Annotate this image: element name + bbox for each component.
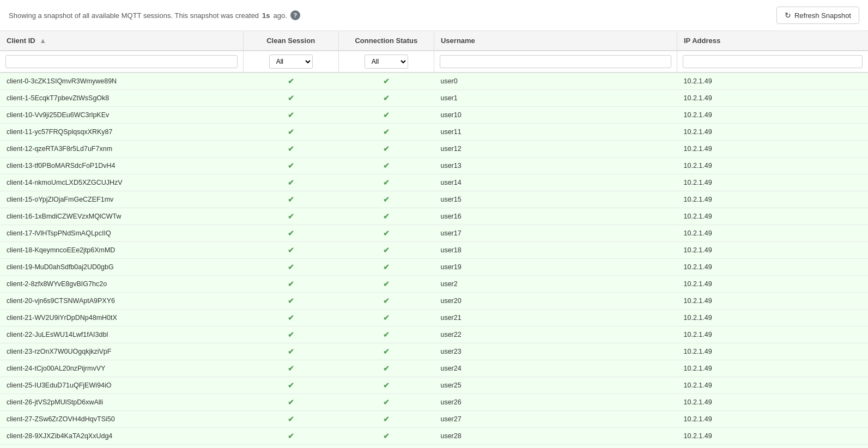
table-row: client-26-jtVS2pMUlStpD6xwAlli✔✔user2610… (0, 394, 868, 411)
cell-client-id: client-16-1xBmdiCZWEVzxMQlCWTw (0, 208, 243, 225)
cell-username: user27 (434, 411, 677, 428)
cell-clean-session: ✔ (243, 377, 338, 394)
cell-ip: 10.2.1.49 (677, 343, 869, 360)
cell-ip: 10.2.1.49 (677, 445, 869, 449)
connected-checkmark-icon: ✔ (383, 330, 390, 339)
table-row: client-17-lVlHTspPNdSmAQLpcIIQ✔✔user1710… (0, 225, 868, 242)
checkmark-icon: ✔ (288, 128, 294, 136)
cell-clean-session: ✔ (243, 293, 338, 310)
cell-connection-status: ✔ (338, 242, 434, 259)
cell-client-id: client-15-oYpjZlOjaFmGeCZEF1mv (0, 191, 243, 208)
filter-connection-status-select[interactable]: All Connected Disconnected (365, 55, 408, 69)
cell-client-id: client-17-lVlHTspPNdSmAQLpcIIQ (0, 225, 243, 242)
cell-connection-status: ✔ (338, 72, 434, 90)
table-row: client-20-vjn6s9CTSNWAptA9PXY6✔✔user2010… (0, 293, 868, 310)
cell-client-id: client-27-ZSw6ZrZOVH4dHqvTSi50 (0, 411, 243, 428)
cell-clean-session: ✔ (243, 259, 338, 276)
col-clean-session[interactable]: Clean Session (243, 31, 338, 51)
cell-clean-session: ✔ (243, 394, 338, 411)
cell-connection-status: ✔ (338, 326, 434, 343)
cell-username: user25 (434, 377, 677, 394)
filter-client-id-input[interactable] (5, 55, 238, 68)
cell-clean-session: ✔ (243, 90, 338, 107)
checkmark-icon: ✔ (288, 161, 294, 170)
filter-row: All Yes No All Connected Disconnected (0, 51, 868, 72)
checkmark-icon: ✔ (288, 313, 294, 322)
checkmark-icon: ✔ (288, 415, 294, 423)
cell-clean-session: ✔ (243, 445, 338, 449)
cell-clean-session: ✔ (243, 208, 338, 225)
cell-connection-status: ✔ (338, 208, 434, 225)
col-username[interactable]: Username (434, 31, 677, 51)
connected-checkmark-icon: ✔ (383, 263, 390, 271)
cell-client-id: client-10-Vv9ji25DEu6WC3rlpKEv (0, 107, 243, 124)
connected-checkmark-icon: ✔ (383, 94, 390, 102)
table-row: client-2-8zfx8WYvE8gvBIG7hc2o✔✔user210.2… (0, 276, 868, 293)
connected-checkmark-icon: ✔ (383, 432, 390, 440)
connected-checkmark-icon: ✔ (383, 212, 390, 221)
table-row: client-25-IU3EduD71uQFjEWi94iO✔✔user2510… (0, 377, 868, 394)
snapshot-suffix: ago. (274, 11, 287, 20)
cell-connection-status: ✔ (338, 377, 434, 394)
connected-checkmark-icon: ✔ (383, 313, 390, 322)
sort-arrow-client-id: ▲ (39, 37, 46, 45)
connected-checkmark-icon: ✔ (383, 178, 390, 187)
snapshot-text: Showing a snapshot of all available MQTT… (9, 11, 259, 20)
cell-username: user22 (434, 326, 677, 343)
checkmark-icon: ✔ (288, 263, 294, 271)
cell-clean-session: ✔ (243, 326, 338, 343)
cell-connection-status: ✔ (338, 191, 434, 208)
cell-clean-session: ✔ (243, 72, 338, 90)
cell-username: user0 (434, 72, 677, 90)
checkmark-icon: ✔ (288, 364, 294, 373)
cell-username: user17 (434, 225, 677, 242)
table-body: client-0-3cZK1SIQmvR3Wmywe89N✔✔user010.2… (0, 72, 868, 448)
cell-ip: 10.2.1.49 (677, 174, 869, 191)
table-row: client-11-yc57FRQSplqsqxXRKy87✔✔user1110… (0, 124, 868, 141)
connected-checkmark-icon: ✔ (383, 195, 390, 204)
sessions-table: Client ID ▲ Clean Session Connection Sta… (0, 31, 868, 448)
cell-client-id: client-24-tCjo00AL20nzPijrmvVY (0, 360, 243, 377)
table-row: client-13-tf0PBoMARSdcFoP1DvH4✔✔user1310… (0, 158, 868, 174)
cell-ip: 10.2.1.49 (677, 225, 869, 242)
table-row: client-19-MuD0ahSdfb0aj2UD0gbG✔✔user1910… (0, 259, 868, 276)
cell-client-id: client-21-WV2U9iYrDpDNp48mH0tX (0, 310, 243, 326)
connected-checkmark-icon: ✔ (383, 347, 390, 356)
cell-client-id: client-0-3cZK1SIQmvR3Wmywe89N (0, 72, 243, 90)
cell-username: user19 (434, 259, 677, 276)
connected-checkmark-icon: ✔ (383, 381, 390, 390)
cell-clean-session: ✔ (243, 225, 338, 242)
table-row: client-23-rzOnX7W0UOgqkjkziVpF✔✔user2310… (0, 343, 868, 360)
table-row: client-1-5EcqkT7pbevZtWsSgOk8✔✔user110.2… (0, 90, 868, 107)
top-bar: Showing a snapshot of all available MQTT… (0, 0, 868, 31)
cell-clean-session: ✔ (243, 310, 338, 326)
cell-clean-session: ✔ (243, 158, 338, 174)
cell-username: user14 (434, 174, 677, 191)
connected-checkmark-icon: ✔ (383, 398, 390, 407)
filter-ip-input[interactable] (683, 55, 863, 68)
checkmark-icon: ✔ (288, 77, 294, 86)
cell-connection-status: ✔ (338, 445, 434, 449)
connected-checkmark-icon: ✔ (383, 229, 390, 238)
col-client-id[interactable]: Client ID ▲ (0, 31, 243, 51)
connected-checkmark-icon: ✔ (383, 415, 390, 423)
connected-checkmark-icon: ✔ (383, 296, 390, 305)
refresh-label: Refresh Snapshot (794, 11, 851, 20)
col-connection-status[interactable]: Connection Status (338, 31, 434, 51)
cell-ip: 10.2.1.49 (677, 276, 869, 293)
checkmark-icon: ✔ (288, 195, 294, 204)
table-row: client-15-oYpjZlOjaFmGeCZEF1mv✔✔user1510… (0, 191, 868, 208)
col-ip-address[interactable]: IP Address (677, 31, 869, 51)
cell-connection-status: ✔ (338, 141, 434, 158)
cell-client-id: client-13-tf0PBoMARSdcFoP1DvH4 (0, 158, 243, 174)
help-icon[interactable]: ? (290, 10, 300, 20)
table-row: client-14-nkmoUmcLXD5XZGCUJHzV✔✔user1410… (0, 174, 868, 191)
refresh-snapshot-button[interactable]: ↻ Refresh Snapshot (776, 7, 859, 24)
filter-username-input[interactable] (440, 55, 671, 68)
cell-connection-status: ✔ (338, 174, 434, 191)
cell-client-id: client-29-oqAIaJQi2JAQ0g0Xi7Jn (0, 445, 243, 449)
cell-connection-status: ✔ (338, 293, 434, 310)
cell-connection-status: ✔ (338, 343, 434, 360)
filter-clean-session-select[interactable]: All Yes No (269, 55, 313, 69)
cell-connection-status: ✔ (338, 90, 434, 107)
